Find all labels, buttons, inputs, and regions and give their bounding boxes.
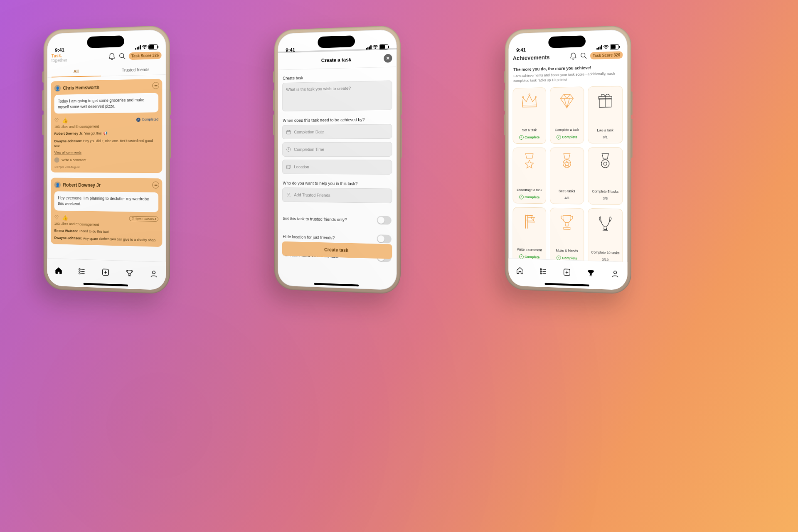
encourage-icon[interactable]: 👍	[62, 117, 68, 123]
svg-point-25	[614, 271, 617, 274]
nav-create-icon[interactable]	[563, 268, 571, 277]
task-name-input[interactable]: What is the task you wish to create?	[282, 80, 392, 111]
avatar: 👤	[54, 182, 61, 188]
status-time: 9:41	[286, 47, 295, 53]
post-timestamp: 1:37pm • 08 August	[54, 165, 159, 169]
toggle-switch[interactable]	[377, 216, 392, 224]
nav-trophy-icon[interactable]	[126, 268, 134, 277]
achievement-card[interactable]: Encourage a task ✓Complete	[513, 147, 546, 203]
comment: Emma Watson: I need to do this too!	[54, 228, 159, 235]
notifications-icon[interactable]	[569, 52, 577, 61]
app-header: Task. together Task Score 326	[47, 48, 166, 64]
nav-tasks-icon[interactable]	[78, 267, 86, 276]
achievement-card[interactable]: Set 5 tasks 4/5	[550, 147, 584, 204]
status-complete: ✓Complete	[519, 254, 539, 259]
cellular-icon	[135, 45, 141, 49]
nav-profile-icon[interactable]	[150, 269, 158, 278]
post-body: Today I am going to get some groceries a…	[54, 93, 159, 113]
svg-point-7	[375, 48, 376, 49]
task-score-badge[interactable]: Task Score 326	[590, 51, 623, 59]
achievement-card[interactable]: Like a task 0/1	[588, 86, 623, 143]
svg-point-23	[540, 273, 542, 274]
toggle-switch[interactable]	[377, 253, 392, 262]
sheet-title-bar: Create a task ✕	[278, 49, 397, 70]
search-icon[interactable]	[579, 52, 588, 60]
nav-home-icon[interactable]	[516, 266, 524, 275]
home-indicator	[84, 283, 128, 287]
write-comment-input[interactable]: Write a comment…	[54, 158, 159, 163]
location-input[interactable]: Location	[282, 160, 392, 175]
status-bar: 9:41	[278, 29, 397, 59]
status-progress: 3/5	[603, 196, 607, 200]
status-indicators	[135, 44, 158, 50]
cellular-icon	[596, 45, 602, 49]
status-bar: 9:41	[47, 29, 166, 59]
post-more-icon[interactable]: •••	[152, 82, 159, 89]
svg-rect-5	[103, 269, 109, 276]
status-progress: 3/10	[602, 257, 608, 261]
close-icon[interactable]: ✕	[384, 54, 392, 63]
toggle-trusted-only[interactable]: Set this task to trusted friends only?	[282, 209, 392, 230]
post-more-icon[interactable]: •••	[152, 182, 159, 189]
task-score-badge[interactable]: Task Score 326	[129, 52, 162, 60]
toggle-comments-off[interactable]: Turn comments off for this task?	[282, 246, 392, 266]
status-progress: 0/1	[603, 135, 607, 139]
svg-point-13	[522, 96, 524, 98]
status-indicators	[596, 44, 619, 50]
section-label: Create task	[283, 74, 391, 81]
svg-point-14	[529, 94, 530, 95]
add-friends-input[interactable]: Add Trusted Friends	[282, 187, 392, 203]
nav-tasks-icon[interactable]	[539, 267, 547, 276]
svg-point-11	[606, 48, 606, 49]
tab-all[interactable]: All	[47, 65, 106, 77]
nav-profile-icon[interactable]	[611, 269, 619, 278]
status-indicators	[366, 44, 388, 50]
post-author: Chris Hemsworth	[63, 85, 99, 91]
medal-icon	[550, 151, 584, 171]
section-label: Who do you want to help you in this task…	[283, 181, 391, 186]
svg-point-0	[144, 48, 145, 49]
svg-point-22	[540, 271, 542, 272]
bottom-nav	[47, 258, 166, 290]
trophy-icon	[550, 212, 584, 232]
completion-date-input[interactable]: Completion Date	[282, 124, 392, 139]
wifi-icon	[603, 45, 609, 49]
achievement-card[interactable]: Complete 10 tasks 3/10	[588, 208, 623, 266]
view-all-comments-link[interactable]: View all comments	[54, 150, 81, 154]
encourage-icon[interactable]: 👍	[62, 214, 68, 221]
svg-point-6	[153, 271, 155, 274]
like-icon[interactable]: ♡	[54, 118, 59, 124]
completion-time-input[interactable]: Completion Time	[282, 142, 392, 157]
medal-icon	[588, 151, 622, 172]
notifications-icon[interactable]	[108, 52, 116, 61]
svg-point-3	[79, 271, 80, 272]
achievements-grid: Set a task ✓Complete Complete a task ✓Co…	[508, 86, 627, 266]
post-author: Robert Downey Jr	[63, 182, 101, 188]
svg-point-18	[563, 160, 571, 167]
svg-rect-16	[599, 98, 611, 107]
achievement-card[interactable]: Make 5 friends ✓Complete	[550, 207, 584, 265]
create-task-button[interactable]: Create task	[282, 241, 392, 259]
post-body: Hey everyone, I'm planning to declutter …	[54, 191, 159, 212]
like-icon[interactable]: ♡	[54, 214, 59, 220]
svg-point-20	[603, 162, 607, 165]
achievement-card[interactable]: Write a comment ✓Complete	[513, 207, 546, 264]
nav-create-icon[interactable]	[101, 268, 110, 277]
toggle-switch[interactable]	[377, 234, 392, 243]
crown-icon	[513, 91, 546, 112]
svg-point-1	[120, 53, 124, 57]
nav-home-icon[interactable]	[54, 266, 62, 275]
cellular-icon	[366, 45, 372, 49]
status-bar: 9:41	[508, 29, 627, 59]
search-icon[interactable]	[118, 52, 126, 61]
svg-point-21	[540, 268, 542, 270]
nav-trophy-icon[interactable]	[587, 268, 595, 277]
svg-point-12	[581, 53, 585, 57]
feed-post: ••• 👤Chris Hemsworth Today I am going to…	[51, 79, 162, 173]
tab-trusted[interactable]: Trusted friends	[106, 64, 166, 76]
achievement-card[interactable]: Complete a task ✓Complete	[550, 86, 584, 143]
achievement-card[interactable]: Complete 5 tasks 3/5	[588, 147, 623, 205]
achievement-card[interactable]: Set a task ✓Complete	[513, 87, 546, 144]
svg-point-19	[601, 160, 609, 167]
toggle-hide-location[interactable]: Hide location for just friends?	[282, 227, 392, 249]
